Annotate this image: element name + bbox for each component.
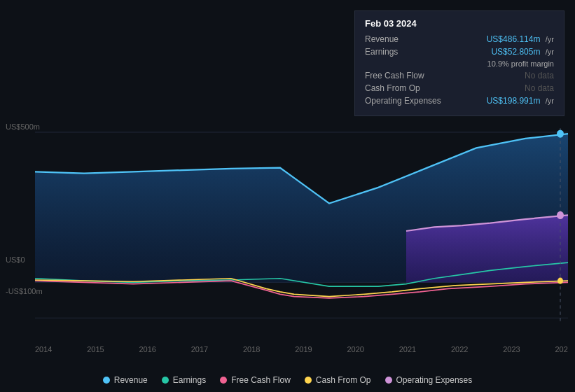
x-label-2020: 2020 <box>347 345 364 354</box>
legend-dot-earnings <box>162 377 169 384</box>
legend-fcf[interactable]: Free Cash Flow <box>220 375 291 385</box>
tooltip-label-earnings: Earnings <box>365 47 449 57</box>
tooltip-row-revenue: Revenue US$486.114m /yr <box>365 34 554 44</box>
x-label-2023: 2023 <box>503 345 520 354</box>
legend-dot-revenue <box>103 377 110 384</box>
x-label-2019: 2019 <box>295 345 312 354</box>
legend-earnings[interactable]: Earnings <box>162 375 206 385</box>
legend-opex[interactable]: Operating Expenses <box>385 375 473 385</box>
cashfromop-dot <box>557 278 563 284</box>
fcf-line <box>35 281 568 298</box>
y-label-0: US$0 <box>6 255 25 264</box>
legend-revenue[interactable]: Revenue <box>103 375 148 385</box>
x-label-2021: 2021 <box>399 345 416 354</box>
x-axis-labels: 2014 2015 2016 2017 2018 2019 2020 2021 … <box>35 345 568 354</box>
x-label-2024: 202 <box>555 345 568 354</box>
tooltip-row-opex: Operating Expenses US$198.991m /yr <box>365 96 554 106</box>
tooltip-row-margin: 10.9% profit margin <box>365 59 554 68</box>
legend-dot-opex <box>385 377 392 384</box>
legend-label-fcf: Free Cash Flow <box>231 375 291 385</box>
tooltip-value-opex: US$198.991m /yr <box>487 96 554 106</box>
tooltip-panel: Feb 03 2024 Revenue US$486.114m /yr Earn… <box>354 10 564 116</box>
chart-area: US$500m US$0 -US$100m <box>0 108 575 354</box>
legend-cashfromop[interactable]: Cash From Op <box>305 375 371 385</box>
tooltip-value-cashfromop: No data <box>525 83 554 93</box>
tooltip-value-revenue: US$486.114m /yr <box>487 34 554 44</box>
tooltip-row-earnings: Earnings US$52.805m /yr <box>365 47 554 57</box>
revenue-dot <box>557 130 564 137</box>
x-label-2014: 2014 <box>35 345 52 354</box>
legend-label-revenue: Revenue <box>114 375 148 385</box>
tooltip-label-revenue: Revenue <box>365 34 449 44</box>
legend-label-earnings: Earnings <box>173 375 206 385</box>
opex-dot <box>557 211 564 219</box>
x-label-2016: 2016 <box>139 345 156 354</box>
y-label-500: US$500m <box>6 122 40 131</box>
chart-legend: Revenue Earnings Free Cash Flow Cash Fro… <box>0 375 575 385</box>
tooltip-value-earnings: US$52.805m /yr <box>491 47 554 57</box>
tooltip-label-cashfromop: Cash From Op <box>365 83 449 93</box>
tooltip-label-fcf: Free Cash Flow <box>365 71 449 80</box>
x-label-2018: 2018 <box>243 345 260 354</box>
x-label-2015: 2015 <box>87 345 104 354</box>
legend-dot-fcf <box>220 377 227 384</box>
tooltip-row-fcf: Free Cash Flow No data <box>365 71 554 80</box>
legend-label-opex: Operating Expenses <box>396 375 473 385</box>
chart-svg <box>0 108 575 354</box>
x-label-2017: 2017 <box>191 345 208 354</box>
tooltip-label-opex: Operating Expenses <box>365 96 449 106</box>
tooltip-row-cashfromop: Cash From Op No data <box>365 83 554 93</box>
legend-label-cashfromop: Cash From Op <box>316 375 371 385</box>
tooltip-date: Feb 03 2024 <box>365 18 554 29</box>
x-label-2022: 2022 <box>451 345 468 354</box>
y-label-neg100: -US$100m <box>6 287 43 295</box>
tooltip-value-margin: 10.9% profit margin <box>487 59 554 68</box>
legend-dot-cashfromop <box>305 377 312 384</box>
tooltip-value-fcf: No data <box>525 71 554 80</box>
